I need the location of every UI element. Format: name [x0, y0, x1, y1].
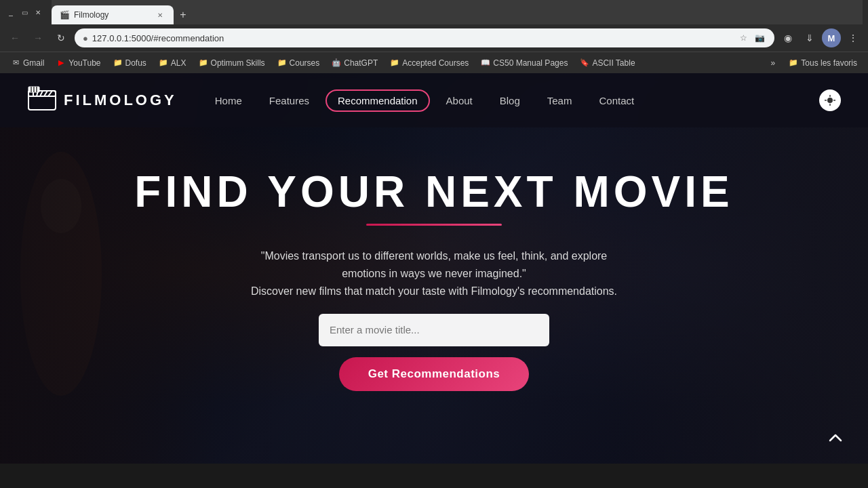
svg-point-13	[827, 98, 833, 103]
close-button[interactable]: ✕	[33, 7, 43, 18]
nav-home[interactable]: Home	[204, 91, 253, 110]
maximize-button[interactable]: ▭	[19, 7, 30, 18]
hero-content: FIND YOUR NEXT MOVIE "Movies transport u…	[0, 127, 868, 391]
reload-button[interactable]: ↻	[52, 28, 71, 47]
extensions-button[interactable]: ◉	[778, 28, 797, 47]
hero-quote: "Movies transport us to different worlds…	[244, 247, 624, 282]
star-icon[interactable]: ☆	[736, 31, 750, 45]
youtube-icon: ▶	[56, 58, 66, 68]
bookmarks-more-button[interactable]: »	[767, 55, 780, 71]
secure-icon: ●	[83, 33, 88, 43]
hero-subtext: Discover new films that match your taste…	[251, 285, 617, 298]
navbar: FILMOLOGY Home Features Recommendation A…	[0, 73, 868, 127]
bookmark-cs50[interactable]: 📖 CS50 Manual Pages	[475, 55, 573, 71]
svg-line-7	[44, 91, 47, 96]
address-bar-icons: ☆ 📷	[736, 31, 766, 45]
alx-icon: 📁	[159, 58, 168, 68]
bookmark-youtube-label: YouTube	[68, 58, 100, 68]
back-button[interactable]: ←	[5, 28, 24, 47]
favorites-folder-icon: 📁	[789, 58, 798, 68]
nav-team[interactable]: Team	[536, 91, 583, 110]
gmail-icon: ✉	[11, 58, 20, 68]
search-box[interactable]	[319, 314, 549, 346]
browser-chrome: ⎯ ▭ ✕ 🎬 Filmology ✕ + ← → ↻ ● 127.0.0.1:…	[0, 0, 868, 464]
accepted-icon: 📁	[390, 58, 399, 68]
bookmark-gmail[interactable]: ✉ Gmail	[5, 55, 50, 71]
courses-icon: 📁	[277, 58, 287, 68]
svg-line-6	[40, 91, 43, 96]
address-bar-row: ← → ↻ ● 127.0.0.1:5000/#recommendation ☆…	[0, 24, 868, 52]
nav-blog[interactable]: Blog	[489, 91, 531, 110]
menu-button[interactable]: ⋮	[844, 28, 863, 47]
tab-title: Filmology	[74, 10, 151, 20]
download-button[interactable]: ⇓	[800, 28, 819, 47]
bookmark-youtube[interactable]: ▶ YouTube	[51, 55, 106, 71]
nav-links: Home Features Recommendation About Blog …	[204, 89, 819, 112]
svg-line-8	[48, 91, 52, 96]
bookmark-accepted-label: Accepted Courses	[402, 58, 469, 68]
tab-bar: 🎬 Filmology ✕ +	[52, 0, 863, 24]
theme-toggle-button[interactable]	[819, 89, 841, 111]
all-favorites-label: Tous les favoris	[801, 58, 857, 68]
logo-text: FILMOLOGY	[64, 92, 177, 109]
url-text: 127.0.0.1:5000/#recommendation	[92, 33, 732, 43]
bookmark-courses[interactable]: 📁 Courses	[272, 55, 326, 71]
logo-icon	[27, 85, 57, 115]
bookmark-chatgpt-label: ChatGPT	[344, 58, 378, 68]
bookmark-optimum[interactable]: 📁 Optimum Skills	[193, 55, 271, 71]
get-recommendations-button[interactable]: Get Recommendations	[339, 357, 529, 391]
chatgpt-icon: 🤖	[332, 58, 341, 68]
nav-contact[interactable]: Contact	[588, 91, 645, 110]
scroll-to-top-button[interactable]	[823, 426, 848, 450]
bookmark-accepted[interactable]: 📁 Accepted Courses	[384, 55, 474, 71]
minimize-button[interactable]: ⎯	[5, 7, 16, 18]
screenshot-icon[interactable]: 📷	[753, 31, 766, 45]
hero-underline-decoration	[366, 224, 502, 226]
bookmark-dofus-label: Dofus	[125, 58, 146, 68]
bookmark-optimum-label: Optimum Skills	[211, 58, 265, 68]
profile-button[interactable]: M	[822, 28, 841, 47]
bookmark-chatgpt[interactable]: 🤖 ChatGPT	[326, 55, 383, 71]
bookmark-all-favorites[interactable]: 📁 Tous les favoris	[783, 55, 863, 71]
bookmark-courses-label: Courses	[290, 58, 320, 68]
cs50-icon: 📖	[481, 58, 490, 68]
bookmark-dofus[interactable]: 📁 Dofus	[108, 55, 152, 71]
hero-title: FIND YOUR NEXT MOVIE	[134, 168, 733, 216]
nav-recommendation[interactable]: Recommendation	[326, 89, 430, 112]
dofus-icon: 📁	[113, 58, 123, 68]
optimum-icon: 📁	[199, 58, 208, 68]
forward-button[interactable]: →	[28, 28, 47, 47]
bookmark-alx-label: ALX	[171, 58, 186, 68]
bookmark-ascii[interactable]: 🔖 ASCII Table	[574, 55, 640, 71]
address-bar[interactable]: ● 127.0.0.1:5000/#recommendation ☆ 📷	[75, 28, 774, 47]
movie-search-input[interactable]	[330, 324, 538, 336]
active-tab[interactable]: 🎬 Filmology ✕	[52, 5, 174, 24]
title-bar: ⎯ ▭ ✕ 🎬 Filmology ✕ +	[0, 0, 868, 24]
nav-features[interactable]: Features	[258, 91, 320, 110]
bookmark-ascii-label: ASCII Table	[592, 58, 635, 68]
bookmark-gmail-label: Gmail	[23, 58, 44, 68]
nav-about[interactable]: About	[435, 91, 484, 110]
new-tab-button[interactable]: +	[174, 5, 193, 24]
website-content: FILMOLOGY Home Features Recommendation A…	[0, 73, 868, 464]
logo-wrapper[interactable]: FILMOLOGY	[27, 85, 177, 115]
bookmark-alx[interactable]: 📁 ALX	[153, 55, 192, 71]
tab-close-button[interactable]: ✕	[155, 9, 165, 20]
window-controls: ⎯ ▭ ✕	[5, 7, 43, 18]
ascii-icon: 🔖	[580, 58, 589, 68]
bookmarks-bar: ✉ Gmail ▶ YouTube 📁 Dofus 📁 ALX 📁 Optimu…	[0, 52, 868, 73]
tab-favicon: 🎬	[60, 10, 70, 20]
bookmark-cs50-label: CS50 Manual Pages	[493, 58, 568, 68]
toolbar-icons: ◉ ⇓ M ⋮	[778, 28, 863, 47]
